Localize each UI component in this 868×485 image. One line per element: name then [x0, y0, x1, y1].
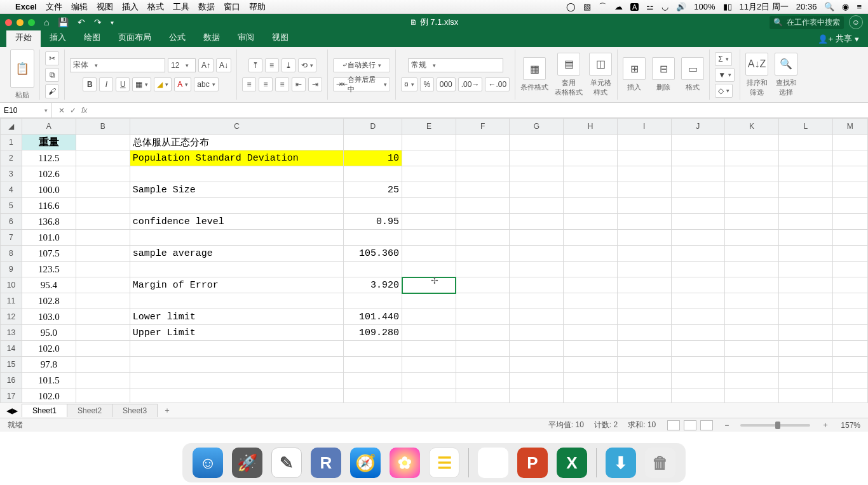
col-header[interactable]: M	[832, 119, 867, 135]
row-header[interactable]: 13	[1, 325, 22, 341]
paste-button[interactable]: 📋	[10, 50, 34, 88]
cell[interactable]	[456, 246, 510, 262]
trash-icon[interactable]: 🗑	[645, 448, 675, 478]
format-cells-icon[interactable]: ▭	[681, 57, 704, 80]
cell[interactable]	[671, 135, 725, 150]
cell[interactable]	[671, 277, 725, 293]
cell[interactable]	[564, 262, 618, 277]
cell[interactable]	[725, 135, 779, 150]
cell[interactable]	[671, 230, 725, 246]
col-header[interactable]: A	[22, 119, 76, 135]
cell[interactable]	[725, 166, 779, 182]
delete-cells-icon[interactable]: ⊟	[652, 57, 675, 80]
tab-layout[interactable]: 页面布局	[109, 29, 160, 47]
cell[interactable]	[344, 341, 402, 357]
cut-icon[interactable]: ✂	[45, 51, 59, 65]
cell[interactable]: 95.0	[22, 325, 76, 341]
sort-filter-icon[interactable]: A↓Z	[745, 53, 768, 76]
cell[interactable]	[778, 182, 832, 198]
cell[interactable]	[510, 182, 564, 198]
cell[interactable]	[76, 150, 130, 166]
sheet-nav-next-icon[interactable]: ▶	[12, 406, 18, 415]
cell[interactable]	[402, 357, 456, 373]
cell[interactable]	[402, 198, 456, 214]
cell[interactable]	[456, 325, 510, 341]
cell[interactable]	[76, 341, 130, 357]
rstudio-icon[interactable]: R	[311, 448, 341, 478]
cell[interactable]	[76, 325, 130, 341]
cell[interactable]	[617, 293, 671, 309]
cell[interactable]	[76, 166, 130, 182]
cell[interactable]	[510, 293, 564, 309]
cell[interactable]	[130, 293, 344, 309]
col-header[interactable]: J	[671, 119, 725, 135]
cell[interactable]	[456, 135, 510, 150]
cell[interactable]: 136.8	[22, 214, 76, 230]
cell[interactable]	[778, 277, 832, 293]
menu-data[interactable]: 数据	[198, 1, 215, 13]
zoom-in-icon[interactable]: ＋	[822, 420, 829, 430]
orientation-icon[interactable]: ⟲	[298, 58, 316, 72]
cell[interactable]	[617, 277, 671, 293]
add-sheet-button[interactable]: ＋	[157, 403, 177, 418]
cell[interactable]	[671, 389, 725, 403]
cell[interactable]	[671, 341, 725, 357]
workbook-search[interactable]: 🔍 在工作表中搜索	[770, 16, 844, 29]
notes-icon[interactable]: ☰	[429, 448, 459, 478]
cell[interactable]	[456, 230, 510, 246]
row-header[interactable]: 3	[1, 166, 22, 182]
number-format-combo[interactable]: 常规	[408, 58, 503, 72]
cell[interactable]	[130, 341, 344, 357]
align-top-icon[interactable]: ⤒	[248, 58, 262, 72]
conditional-format-icon[interactable]: ▦	[523, 57, 546, 80]
cell-styles-icon[interactable]: ◫	[589, 53, 612, 76]
col-header[interactable]: B	[76, 119, 130, 135]
siri-icon[interactable]: ◉	[842, 2, 849, 11]
cell[interactable]: 107.5	[22, 246, 76, 262]
cell[interactable]	[510, 166, 564, 182]
cell[interactable]	[564, 246, 618, 262]
cell[interactable]	[456, 309, 510, 325]
cell[interactable]	[510, 309, 564, 325]
cell[interactable]	[564, 182, 618, 198]
cell[interactable]	[402, 341, 456, 357]
zoom-level[interactable]: 157%	[841, 421, 860, 430]
cell[interactable]	[671, 214, 725, 230]
cell[interactable]	[778, 389, 832, 403]
copy-icon[interactable]: ⧉	[45, 68, 59, 82]
cell[interactable]	[402, 230, 456, 246]
cell[interactable]	[344, 230, 402, 246]
fill-icon[interactable]: ▼	[715, 68, 735, 82]
cell[interactable]	[76, 246, 130, 262]
cell[interactable]	[725, 389, 779, 403]
cell[interactable]	[832, 262, 867, 277]
cell[interactable]	[76, 277, 130, 293]
save-icon[interactable]: 💾	[58, 17, 69, 27]
decrease-decimal-icon[interactable]: ←.00	[485, 77, 510, 91]
cell[interactable]	[725, 246, 779, 262]
col-header[interactable]: E	[402, 119, 456, 135]
cell[interactable]	[778, 246, 832, 262]
cell[interactable]: Sample Size	[130, 182, 344, 198]
row-header[interactable]: 16	[1, 373, 22, 389]
indent-increase-icon[interactable]: ⇥	[308, 77, 322, 91]
cell[interactable]	[778, 357, 832, 373]
menu-help[interactable]: 帮助	[249, 1, 266, 13]
align-bottom-icon[interactable]: ⤓	[281, 58, 295, 72]
col-header[interactable]: L	[778, 119, 832, 135]
cancel-formula-icon[interactable]: ✕	[58, 106, 65, 115]
cell[interactable]: 102.0	[22, 341, 76, 357]
redo-icon[interactable]: ↷	[94, 17, 102, 27]
cell[interactable]	[617, 325, 671, 341]
cell[interactable]	[617, 357, 671, 373]
undo-icon[interactable]: ↶	[78, 17, 85, 27]
cell[interactable]	[456, 373, 510, 389]
cell[interactable]	[832, 150, 867, 166]
cell[interactable]	[778, 309, 832, 325]
cell[interactable]: 97.8	[22, 357, 76, 373]
cell[interactable]	[402, 166, 456, 182]
cell[interactable]	[832, 182, 867, 198]
cell[interactable]	[671, 325, 725, 341]
cell[interactable]	[671, 166, 725, 182]
view-page-layout-icon[interactable]	[684, 420, 696, 430]
